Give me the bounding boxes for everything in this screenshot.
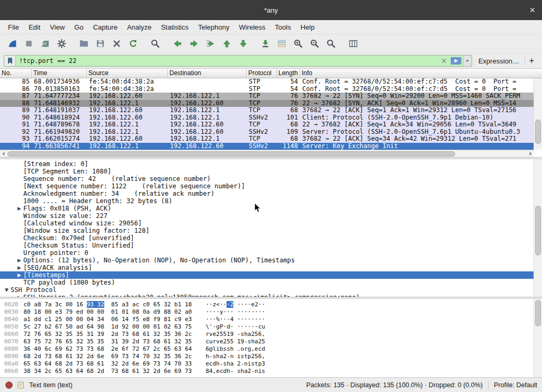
expand-arrow-icon[interactable]: ▶ [15,264,23,271]
menu-view[interactable]: View [45,23,69,31]
filter-clear-icon[interactable] [439,58,449,64]
packet-list-vscrollbar[interactable] [534,78,542,150]
hex-row[interactable]: 0020c0 a8 7a 3c 00 16 93 32 85 a3 ac c0 … [4,301,534,308]
detail-line[interactable]: [Next sequence number: 1122 (relative se… [0,183,534,190]
detail-line[interactable]: ▶[Timestamps] [0,271,534,279]
file-open-button[interactable] [76,37,92,51]
packet-row-94[interactable]: 9471.663856741192.168.122.1192.168.122.6… [0,143,534,150]
menu-file[interactable]: File [3,23,24,31]
expand-arrow-icon[interactable]: ▶ [15,257,23,264]
packet-row-91[interactable]: 9171.648789678192.168.122.1192.168.122.6… [0,121,534,129]
column-header-time[interactable]: Time [32,69,87,78]
detail-line[interactable]: ▶[SEQ/ACK analysis] [0,264,534,271]
scrollbar-thumb[interactable] [535,206,541,256]
expand-arrow-icon[interactable]: ▶ [15,271,23,279]
go-first-button[interactable] [219,37,235,51]
scrollbar-thumb[interactable] [535,120,541,144]
hex-row[interactable]: 007063 75 72 76 65 32 35 35 31 39 2d 73 … [4,338,534,345]
expression-button[interactable]: Expression… [478,57,519,65]
column-header-no[interactable]: No. [0,69,32,78]
detail-line[interactable]: ▼SSH Protocol [0,286,534,294]
bytes-vscrollbar[interactable] [534,299,542,377]
column-header-source[interactable]: Source [87,69,168,78]
menu-wireless[interactable]: Wireless [234,23,270,31]
detail-vscrollbar[interactable] [534,159,542,297]
detail-line[interactable]: ▶SSH Version 2 (encryption:chacha20-poly… [0,294,534,297]
go-to-packet-button[interactable] [202,37,219,51]
detail-line[interactable]: [TCP Segment Len: 1080] [0,168,534,175]
packet-row-92[interactable]: 9271.661949820192.168.122.1192.168.122.6… [0,129,534,136]
menu-telephony[interactable]: Telephony [193,23,234,31]
filter-add-button[interactable]: + [525,56,538,66]
hex-row[interactable]: 00505c 27 b2 67 50 ad 64 98 1d 92 00 00 … [4,323,534,331]
filter-bookmark-icon[interactable] [4,56,16,66]
detail-line[interactable]: TCP payload (1080 bytes) [0,279,534,286]
status-profile[interactable]: Profile: Default [494,381,537,389]
menu-edit[interactable]: Edit [24,23,45,31]
menu-help[interactable]: Help [296,23,320,31]
go-back-button[interactable] [169,37,186,51]
column-header-destination[interactable]: Destination [168,69,247,78]
menu-go[interactable]: Go [69,23,88,31]
detail-line[interactable]: Checksum: 0x79ed [unverified] [0,234,534,242]
file-close-button[interactable] [109,37,125,51]
filter-text[interactable]: !tcp.port == 22 [16,57,439,65]
resize-columns-button[interactable] [345,37,362,51]
detail-line[interactable]: 1000 .... = Header Length: 32 bytes (8) [0,197,534,205]
detail-line[interactable]: [Stream index: 0] [0,160,534,168]
menu-statistics[interactable]: Statistics [156,23,193,31]
detail-line[interactable]: Window size value: 227 [0,212,534,220]
packet-row-87[interactable]: 8771.647777234192.168.122.60192.168.122.… [0,93,534,100]
filter-dropdown-caret[interactable] [463,56,472,66]
detail-line[interactable]: Acknowledgment number: 34 (relative ack … [0,190,534,197]
hex-row[interactable]: 00a065 63 64 68 2d 73 68 61 32 2d 6e 69 … [4,360,534,368]
column-header-info[interactable]: Info [300,69,534,78]
hex-row[interactable]: 006072 76 65 32 35 35 31 39 2d 73 68 61 … [4,331,534,338]
hex-row[interactable]: 00b038 34 2c 65 63 64 68 2d 73 68 61 32 … [4,368,534,375]
menu-analyze[interactable]: Analyze [122,23,156,31]
colorize-packets-button[interactable] [274,37,290,51]
detail-line[interactable]: [Window size scaling factor: 128] [0,227,534,234]
column-header-length[interactable]: Length [277,69,300,78]
capture-stop-button[interactable] [21,37,37,51]
detail-line[interactable]: [Checksum Status: Unverified] [0,242,534,249]
window-close-button[interactable]: × [529,5,535,15]
packet-row-88[interactable]: 8871.648146932192.168.122.1192.168.122.6… [0,100,534,107]
column-header-protocol[interactable]: Protocol [247,69,277,78]
display-filter-input[interactable]: !tcp.port == 22 [4,55,472,67]
detail-line[interactable]: [Calculated window size: 29056] [0,220,534,227]
collapse-arrow-icon[interactable]: ▼ [3,286,11,294]
hex-row[interactable]: 009068 2d 73 68 61 32 2d 6e 69 73 74 70 … [4,353,534,360]
go-forward-button[interactable] [186,37,202,51]
packet-row-93[interactable]: 9371.662015274192.168.122.60192.168.122.… [0,135,534,143]
filter-apply-button[interactable] [449,56,463,66]
detail-line[interactable]: Urgent pointer: 0 [0,249,534,257]
scrollbar-thumb[interactable] [535,300,541,326]
file-reload-button[interactable] [125,37,141,51]
zoom-reset-button[interactable] [323,37,339,51]
find-packet-button[interactable] [147,37,164,51]
go-last-button[interactable] [235,37,251,51]
capture-start-button[interactable] [4,37,21,51]
capture-options-button[interactable] [53,37,70,51]
menu-tools[interactable]: Tools [270,23,295,31]
detail-line[interactable]: ▶Flags: 0x018 (PSH, ACK) [0,205,534,212]
packet-row-89[interactable]: 8971.648191037192.168.122.60192.168.122.… [0,107,534,114]
zoom-out-button[interactable] [306,37,323,51]
expand-arrow-icon[interactable]: ▶ [15,205,23,212]
hscroll-track[interactable] [6,151,527,157]
zoom-in-button[interactable] [290,37,306,51]
packet-list-hscrollbar[interactable] [0,150,534,157]
capture-restart-button[interactable] [37,37,53,51]
detail-line[interactable]: Sequence number: 42 (relative sequence n… [0,175,534,183]
packet-row-90[interactable]: 9071.648618924192.168.122.60192.168.122.… [0,114,534,122]
scroll-left-arrow[interactable] [0,151,6,156]
detail-line[interactable]: ▶Options: (12 bytes), No-Operation (NOP)… [0,257,534,264]
packet-row-86[interactable]: 8670.013850163fe:54:00:d4:38:2aSTP54Conf… [0,86,534,93]
hex-row[interactable]: 003080 18 00 e3 79 ed 00 00 01 01 08 0a … [4,308,534,316]
hex-row[interactable]: 0040a1 dd c1 25 00 00 04 34 06 14 f5 e8 … [4,316,534,323]
menu-capture[interactable]: Capture [88,23,122,31]
expand-arrow-icon[interactable]: ▶ [15,294,23,297]
packet-row-85[interactable]: 8568.001734936fe:54:00:d4:38:2aSTP54Conf… [0,78,534,86]
file-save-button[interactable] [92,37,109,51]
